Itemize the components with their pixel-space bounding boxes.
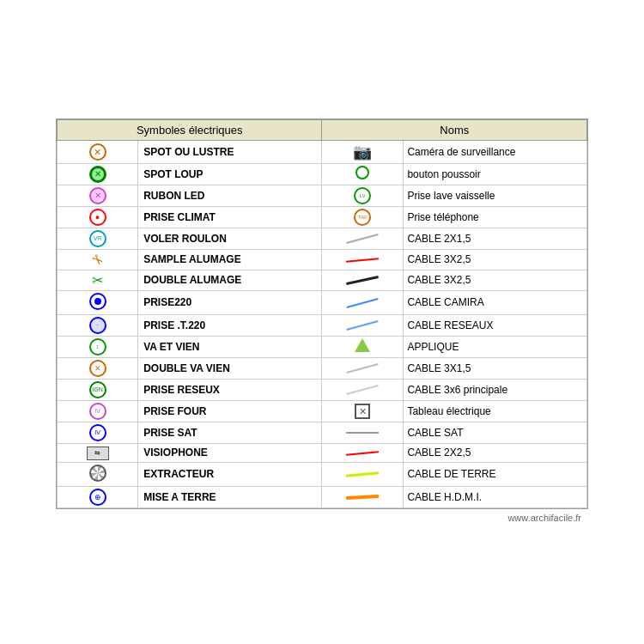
- left-name-cell: PRISE CLIMAT: [138, 206, 322, 228]
- right-icon-cell: [322, 443, 404, 462]
- left-name-cell: SAMPLE ALUMAGE: [138, 249, 322, 270]
- right-name-cell: CABLE DE TERRE: [404, 462, 587, 486]
- right-icon-cell: [322, 314, 404, 336]
- left-name-cell: MISE A TERRE: [138, 486, 322, 507]
- symbols-table: Symboles électriques Noms ✕SPOT OU LUSTR…: [57, 119, 587, 508]
- table-row: ✕DOUBLE VA VIENCABLE 3X1,5: [58, 357, 587, 379]
- right-name-cell: Caméra de surveillance: [404, 140, 587, 163]
- right-name-cell: Prise lave vaisselle: [404, 185, 587, 206]
- left-name-cell: VA ET VIEN: [138, 336, 322, 357]
- right-icon-cell: ✕: [322, 400, 404, 422]
- left-name-cell: PRISE RESEUX: [138, 379, 322, 400]
- right-icon-cell: [322, 270, 404, 290]
- table-row: ✕SPOT OU LUSTRE📷Caméra de surveillance: [58, 140, 587, 163]
- left-icon-cell: ·: [58, 314, 138, 336]
- table-row: PRISE220CABLE CAMIRA: [58, 290, 587, 314]
- right-name-cell: CABLE H.D.M.I.: [404, 486, 587, 507]
- right-name-cell: CABLE 3X2,5: [404, 249, 587, 270]
- left-name-cell: SPOT OU LUSTRE: [138, 140, 322, 163]
- right-icon-cell: [322, 422, 404, 443]
- right-icon-cell: [322, 379, 404, 400]
- left-icon-cell: [58, 290, 138, 314]
- left-name-cell: SPOT LOUP: [138, 163, 322, 185]
- right-icon-cell: LV: [322, 185, 404, 206]
- table-row: IVPRISE FOUR✕Tableau électrique: [58, 400, 587, 422]
- right-icon-cell: TAF: [322, 206, 404, 228]
- right-name-cell: CABLE 3X1,5: [404, 357, 587, 379]
- right-name-cell: CABLE CAMIRA: [404, 290, 587, 314]
- left-name-cell: VOLER ROULON: [138, 228, 322, 249]
- table-row: ⊕MISE A TERRECABLE H.D.M.I.: [58, 486, 587, 507]
- right-name-cell: APPLIQUE: [404, 336, 587, 357]
- table-row: ⇆VISIOPHONECABLE 2X2,5: [58, 443, 587, 462]
- table-row: ●PRISE CLIMATTAFPrise téléphone: [58, 206, 587, 228]
- left-name-cell: PRISE220: [138, 290, 322, 314]
- left-icon-cell: ↕: [58, 336, 138, 357]
- right-name-cell: Tableau électrique: [404, 400, 587, 422]
- table-row: ✂SAMPLE ALUMAGECABLE 3X2,5: [58, 249, 587, 270]
- right-name-cell: CABLE SAT: [404, 422, 587, 443]
- left-icon-cell: ✂: [58, 270, 138, 290]
- header-right: Noms: [322, 119, 587, 140]
- page: Symboles électriques Noms ✕SPOT OU LUSTR…: [0, 0, 644, 644]
- watermark: www.archifacile.fr: [56, 509, 588, 526]
- right-name-cell: Prise téléphone: [404, 206, 587, 228]
- left-name-cell: PRISE FOUR: [138, 400, 322, 422]
- right-name-cell: CABLE 2X1,5: [404, 228, 587, 249]
- right-name-cell: CABLE RESEAUX: [404, 314, 587, 336]
- right-icon-cell: [322, 357, 404, 379]
- right-icon-cell: 📷: [322, 140, 404, 163]
- right-icon-cell: [322, 336, 404, 357]
- right-name-cell: CABLE 2X2,5: [404, 443, 587, 462]
- right-name-cell: bouton poussoir: [404, 163, 587, 185]
- header-row: Symboles électriques Noms: [58, 119, 587, 140]
- left-name-cell: PRISE .T.220: [138, 314, 322, 336]
- table-row: EXTRACTEURCABLE DE TERRE: [58, 462, 587, 486]
- left-icon-cell: ✕: [58, 185, 138, 206]
- left-icon-cell: IV: [58, 422, 138, 443]
- left-icon-cell: ✕: [58, 357, 138, 379]
- left-icon-cell: VR: [58, 228, 138, 249]
- left-icon-cell: ✕: [58, 140, 138, 163]
- table-row: ✕SPOT LOUPbouton poussoir: [58, 163, 587, 185]
- left-icon-cell: IGN: [58, 379, 138, 400]
- left-name-cell: EXTRACTEUR: [138, 462, 322, 486]
- left-icon-cell: ●: [58, 206, 138, 228]
- table-row: ✕RUBON LEDLVPrise lave vaisselle: [58, 185, 587, 206]
- left-icon-cell: ✂: [58, 249, 138, 270]
- left-name-cell: PRISE SAT: [138, 422, 322, 443]
- right-icon-cell: [322, 486, 404, 507]
- table-row: ↕VA ET VIENAPPLIQUE: [58, 336, 587, 357]
- left-icon-cell: IV: [58, 400, 138, 422]
- table-row: ✂DOUBLE ALUMAGECABLE 3X2,5: [58, 270, 587, 290]
- left-icon-cell: ⊕: [58, 486, 138, 507]
- right-icon-cell: [322, 163, 404, 185]
- right-icon-cell: [322, 249, 404, 270]
- table-row: IGNPRISE RESEUXCABLE 3x6 principale: [58, 379, 587, 400]
- right-icon-cell: [322, 228, 404, 249]
- left-icon-cell: ✕: [58, 163, 138, 185]
- left-name-cell: DOUBLE VA VIEN: [138, 357, 322, 379]
- right-name-cell: CABLE 3X2,5: [404, 270, 587, 290]
- left-name-cell: RUBON LED: [138, 185, 322, 206]
- right-name-cell: CABLE 3x6 principale: [404, 379, 587, 400]
- table-row: IVPRISE SATCABLE SAT: [58, 422, 587, 443]
- table-row: ·PRISE .T.220CABLE RESEAUX: [58, 314, 587, 336]
- right-icon-cell: [322, 290, 404, 314]
- table-container: Symboles électriques Noms ✕SPOT OU LUSTR…: [56, 118, 588, 509]
- header-left: Symboles électriques: [58, 119, 322, 140]
- right-icon-cell: [322, 462, 404, 486]
- left-icon-cell: [58, 462, 138, 486]
- left-name-cell: DOUBLE ALUMAGE: [138, 270, 322, 290]
- left-name-cell: VISIOPHONE: [138, 443, 322, 462]
- left-icon-cell: ⇆: [58, 443, 138, 462]
- table-row: VRVOLER ROULONCABLE 2X1,5: [58, 228, 587, 249]
